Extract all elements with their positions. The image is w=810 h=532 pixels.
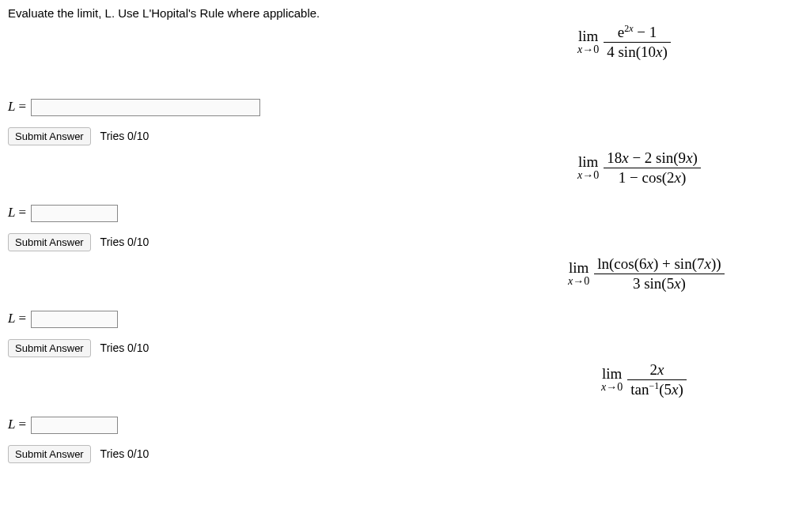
- equals-sign: =: [18, 417, 26, 432]
- tries-text-1: Tries 0/10: [100, 130, 150, 142]
- problem-2: L= limx→018x − 2 sin(9x)1 − cos(2x) Subm…: [8, 205, 802, 251]
- problem-3: L= limx→0ln(cos(6x) + sin(7x))3 sin(5x) …: [8, 311, 802, 357]
- answer-input-2[interactable]: [31, 205, 118, 222]
- prompt-text: Evaluate the limit, L. Use L'Hopital's R…: [8, 6, 802, 20]
- equals-sign: =: [18, 311, 26, 326]
- limit-expression-3: limx→0ln(cos(6x) + sin(7x))3 sin(5x): [568, 255, 725, 292]
- tries-text-4: Tries 0/10: [100, 447, 150, 460]
- equals-sign: =: [18, 99, 26, 114]
- answer-label-L: L: [8, 205, 15, 220]
- tries-text-3: Tries 0/10: [100, 341, 150, 354]
- answer-label-L: L: [8, 417, 15, 432]
- submit-button-4[interactable]: Submit Answer: [8, 445, 91, 463]
- submit-button-2[interactable]: Submit Answer: [8, 233, 91, 251]
- submit-button-3[interactable]: Submit Answer: [8, 339, 91, 357]
- answer-input-4[interactable]: [31, 417, 118, 434]
- submit-button-1[interactable]: Submit Answer: [8, 127, 91, 145]
- problem-1: L= limx→0e2x − 14 sin(10x) Submit Answer…: [8, 99, 802, 145]
- equals-sign: =: [18, 205, 26, 220]
- limit-expression-2: limx→018x − 2 sin(9x)1 − cos(2x): [577, 149, 701, 187]
- tries-text-2: Tries 0/10: [100, 236, 150, 248]
- limit-expression-1: limx→0e2x − 14 sin(10x): [577, 24, 671, 61]
- answer-input-3[interactable]: [31, 311, 118, 328]
- limit-expression-4: limx→02xtan−1(5x): [601, 361, 687, 398]
- problem-4: L= limx→02xtan−1(5x) Submit Answer Tries…: [8, 417, 802, 463]
- answer-label-L: L: [8, 99, 15, 114]
- answer-label-L: L: [8, 311, 15, 326]
- answer-input-1[interactable]: [31, 99, 260, 116]
